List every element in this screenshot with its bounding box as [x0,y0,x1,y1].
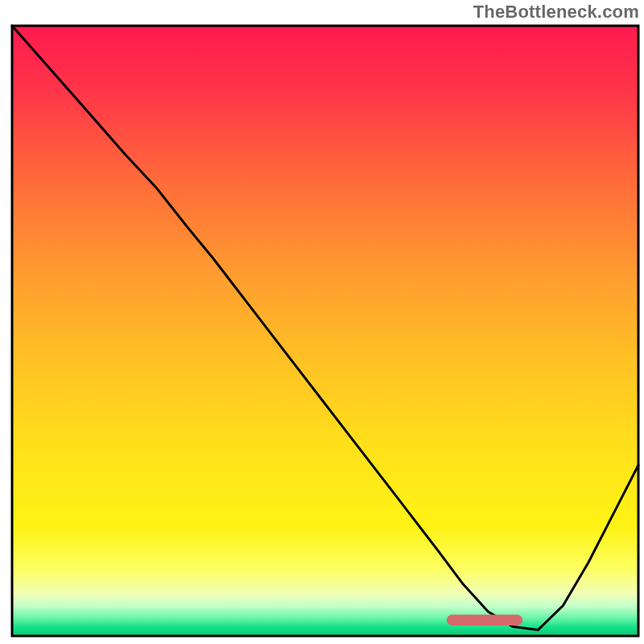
plot-gradient-bg [12,26,638,636]
optimal-range-marker [447,614,522,625]
chart-root: TheBottleneck.com [0,0,644,644]
bottleneck-chart-svg [0,0,644,644]
